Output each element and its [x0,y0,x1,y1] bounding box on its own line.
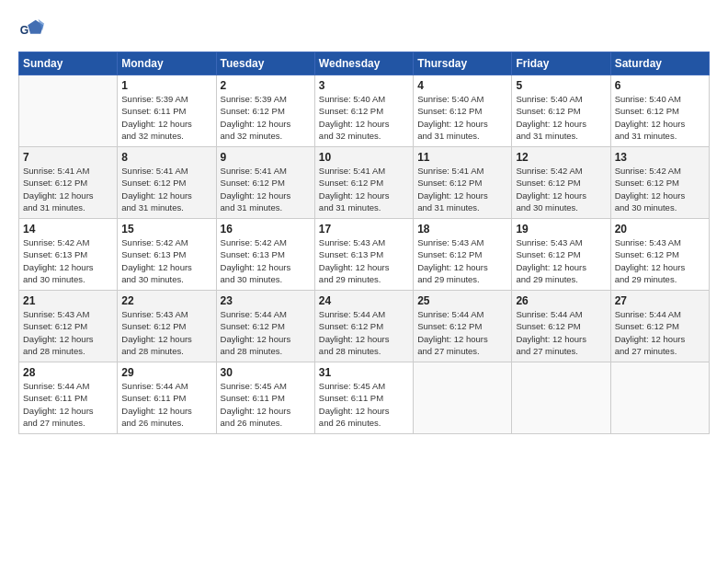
calendar-cell: 1Sunrise: 5:39 AM Sunset: 6:11 PM Daylig… [118,75,216,147]
day-number: 16 [221,223,311,236]
calendar-cell [414,362,512,434]
day-number: 30 [221,366,311,379]
calendar-cell: 25Sunrise: 5:44 AM Sunset: 6:12 PM Dayli… [414,291,512,362]
day-info: Sunrise: 5:41 AM Sunset: 6:12 PM Dayligh… [221,165,311,213]
day-number: 8 [121,151,211,164]
day-number: 31 [319,366,409,379]
day-info: Sunrise: 5:44 AM Sunset: 6:12 PM Dayligh… [319,308,409,357]
svg-text:G: G [20,24,28,37]
page-header: G [18,17,710,42]
day-number: 27 [615,294,705,307]
calendar-cell: 13Sunrise: 5:42 AM Sunset: 6:12 PM Dayli… [610,147,709,219]
day-info: Sunrise: 5:45 AM Sunset: 6:11 PM Dayligh… [221,380,311,429]
calendar-cell: 16Sunrise: 5:42 AM Sunset: 6:13 PM Dayli… [216,219,314,291]
calendar-week-4: 28Sunrise: 5:44 AM Sunset: 6:11 PM Dayli… [19,362,710,434]
day-info: Sunrise: 5:39 AM Sunset: 6:11 PM Dayligh… [121,93,211,142]
calendar-week-1: 7Sunrise: 5:41 AM Sunset: 6:12 PM Daylig… [19,147,710,219]
day-number: 4 [417,79,507,92]
calendar-cell: 8Sunrise: 5:41 AM Sunset: 6:12 PM Daylig… [118,147,216,219]
day-number: 23 [221,294,311,307]
calendar-cell: 12Sunrise: 5:42 AM Sunset: 6:12 PM Dayli… [512,147,610,219]
day-info: Sunrise: 5:43 AM Sunset: 6:12 PM Dayligh… [417,236,507,285]
day-number: 26 [516,294,606,307]
day-number: 19 [516,223,606,236]
day-info: Sunrise: 5:41 AM Sunset: 6:12 PM Dayligh… [23,165,113,213]
day-info: Sunrise: 5:45 AM Sunset: 6:11 PM Dayligh… [319,380,409,429]
calendar-cell: 3Sunrise: 5:40 AM Sunset: 6:12 PM Daylig… [314,75,413,147]
day-info: Sunrise: 5:41 AM Sunset: 6:12 PM Dayligh… [121,165,211,213]
day-info: Sunrise: 5:41 AM Sunset: 6:12 PM Dayligh… [319,165,409,213]
calendar-header-row: SundayMondayTuesdayWednesdayThursdayFrid… [19,52,710,75]
calendar-cell: 23Sunrise: 5:44 AM Sunset: 6:12 PM Dayli… [216,291,314,362]
calendar-cell [512,362,610,434]
day-number: 6 [615,79,705,92]
day-info: Sunrise: 5:44 AM Sunset: 6:12 PM Dayligh… [221,308,311,357]
day-info: Sunrise: 5:40 AM Sunset: 6:12 PM Dayligh… [319,93,409,142]
day-info: Sunrise: 5:44 AM Sunset: 6:11 PM Dayligh… [23,380,113,429]
calendar-cell: 11Sunrise: 5:41 AM Sunset: 6:12 PM Dayli… [414,147,512,219]
day-info: Sunrise: 5:44 AM Sunset: 6:12 PM Dayligh… [417,308,507,357]
day-number: 21 [23,294,113,307]
calendar-cell: 15Sunrise: 5:42 AM Sunset: 6:13 PM Dayli… [118,219,216,291]
day-number: 25 [417,294,507,307]
day-info: Sunrise: 5:40 AM Sunset: 6:12 PM Dayligh… [615,93,705,142]
header-day-tuesday: Tuesday [216,52,314,75]
header-day-friday: Friday [512,52,610,75]
day-number: 22 [121,294,211,307]
day-info: Sunrise: 5:40 AM Sunset: 6:12 PM Dayligh… [417,93,507,142]
day-number: 18 [417,223,507,236]
day-number: 14 [23,223,113,236]
day-info: Sunrise: 5:39 AM Sunset: 6:12 PM Dayligh… [221,93,311,142]
header-day-saturday: Saturday [610,52,709,75]
day-number: 20 [615,223,705,236]
logo: G [18,17,46,42]
day-number: 9 [221,151,311,164]
calendar-cell: 27Sunrise: 5:44 AM Sunset: 6:12 PM Dayli… [610,291,709,362]
calendar-cell: 6Sunrise: 5:40 AM Sunset: 6:12 PM Daylig… [610,75,709,147]
calendar-week-2: 14Sunrise: 5:42 AM Sunset: 6:13 PM Dayli… [19,219,710,291]
day-info: Sunrise: 5:43 AM Sunset: 6:12 PM Dayligh… [121,308,211,357]
calendar-week-0: 1Sunrise: 5:39 AM Sunset: 6:11 PM Daylig… [19,75,710,147]
day-info: Sunrise: 5:42 AM Sunset: 6:12 PM Dayligh… [615,165,705,213]
day-info: Sunrise: 5:42 AM Sunset: 6:13 PM Dayligh… [221,236,311,285]
calendar-cell: 5Sunrise: 5:40 AM Sunset: 6:12 PM Daylig… [512,75,610,147]
day-number: 3 [319,79,409,92]
day-info: Sunrise: 5:41 AM Sunset: 6:12 PM Dayligh… [417,165,507,213]
day-number: 11 [417,151,507,164]
day-number: 10 [319,151,409,164]
day-number: 24 [319,294,409,307]
day-number: 12 [516,151,606,164]
day-info: Sunrise: 5:43 AM Sunset: 6:12 PM Dayligh… [516,236,606,285]
logo-icon: G [18,17,44,42]
day-number: 28 [23,366,113,379]
calendar-week-3: 21Sunrise: 5:43 AM Sunset: 6:12 PM Dayli… [19,291,710,362]
day-number: 15 [121,223,211,236]
calendar-cell: 21Sunrise: 5:43 AM Sunset: 6:12 PM Dayli… [19,291,118,362]
calendar-cell: 4Sunrise: 5:40 AM Sunset: 6:12 PM Daylig… [414,75,512,147]
calendar-cell: 30Sunrise: 5:45 AM Sunset: 6:11 PM Dayli… [216,362,314,434]
day-info: Sunrise: 5:42 AM Sunset: 6:13 PM Dayligh… [23,236,113,285]
day-info: Sunrise: 5:44 AM Sunset: 6:12 PM Dayligh… [516,308,606,357]
day-info: Sunrise: 5:40 AM Sunset: 6:12 PM Dayligh… [516,93,606,142]
calendar-cell: 20Sunrise: 5:43 AM Sunset: 6:12 PM Dayli… [610,219,709,291]
day-number: 13 [615,151,705,164]
calendar-table: SundayMondayTuesdayWednesdayThursdayFrid… [18,52,710,434]
calendar-cell: 17Sunrise: 5:43 AM Sunset: 6:13 PM Dayli… [314,219,413,291]
day-info: Sunrise: 5:44 AM Sunset: 6:12 PM Dayligh… [615,308,705,357]
day-number: 29 [121,366,211,379]
header-day-sunday: Sunday [19,52,118,75]
calendar-cell: 14Sunrise: 5:42 AM Sunset: 6:13 PM Dayli… [19,219,118,291]
calendar-cell: 19Sunrise: 5:43 AM Sunset: 6:12 PM Dayli… [512,219,610,291]
day-number: 1 [121,79,211,92]
header-day-wednesday: Wednesday [314,52,413,75]
calendar-cell: 18Sunrise: 5:43 AM Sunset: 6:12 PM Dayli… [414,219,512,291]
calendar-cell: 22Sunrise: 5:43 AM Sunset: 6:12 PM Dayli… [118,291,216,362]
calendar-cell [19,75,118,147]
calendar-cell: 29Sunrise: 5:44 AM Sunset: 6:11 PM Dayli… [118,362,216,434]
day-number: 5 [516,79,606,92]
day-number: 7 [23,151,113,164]
header-day-thursday: Thursday [414,52,512,75]
calendar-cell: 7Sunrise: 5:41 AM Sunset: 6:12 PM Daylig… [19,147,118,219]
day-info: Sunrise: 5:43 AM Sunset: 6:12 PM Dayligh… [615,236,705,285]
day-info: Sunrise: 5:43 AM Sunset: 6:12 PM Dayligh… [23,308,113,357]
